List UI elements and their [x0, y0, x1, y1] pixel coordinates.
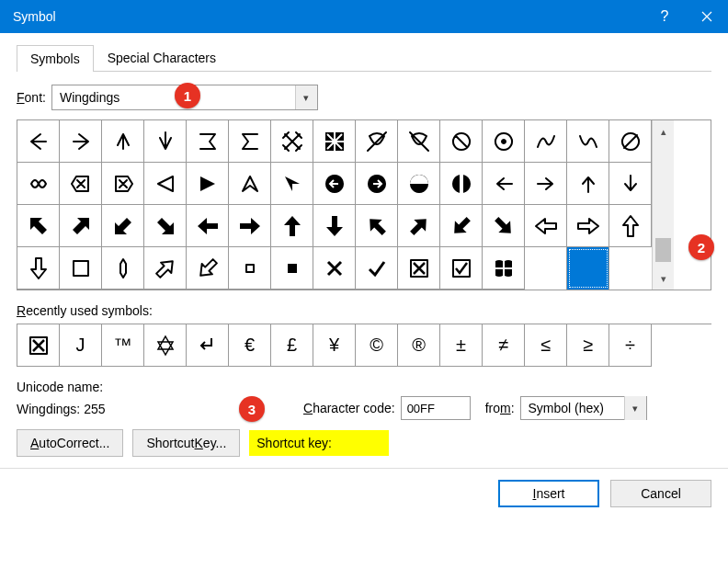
recent-label: Recently used symbols: [17, 303, 711, 318]
window-title: Symbol [13, 9, 643, 24]
charcode-input[interactable] [401, 396, 471, 420]
symbol-cell-squiggle-2[interactable] [567, 120, 609, 163]
recent-symbol-7[interactable]: ¥ [313, 324, 356, 367]
symbol-cell-star-box[interactable] [313, 120, 356, 163]
symbol-cell-reply-arrow[interactable] [17, 120, 60, 163]
recent-symbol-13[interactable]: ≥ [567, 324, 609, 367]
symbol-cell-filled-square[interactable] [271, 247, 313, 290]
scroll-track[interactable] [653, 142, 674, 267]
symbol-cell-outline-up[interactable] [609, 205, 652, 247]
symbol-cell-circle-dot[interactable] [483, 120, 525, 163]
scroll-thumb[interactable] [655, 238, 671, 262]
symbol-cell-x-mark[interactable] [313, 247, 356, 290]
insert-button[interactable]: Insert [498, 480, 599, 507]
symbol-cell-circle-slash[interactable] [609, 120, 652, 163]
symbol-cell-bold-nw[interactable] [356, 205, 398, 247]
symbol-cell-pointer-se[interactable] [271, 163, 313, 205]
autocorrect-button[interactable]: AutoCorrect... [17, 429, 123, 457]
from-value: Symbol (hex) [521, 401, 624, 415]
dialog-footer: Insert Cancel [0, 468, 728, 518]
recent-symbol-3[interactable] [144, 324, 187, 367]
symbol-cell-infinity-loop[interactable] [17, 163, 60, 205]
symbol-cell-pointer-e[interactable] [187, 163, 229, 205]
symbol-cell-bold-se[interactable] [483, 205, 525, 247]
scroll-down-button[interactable]: ▾ [653, 267, 674, 290]
symbol-cell-loop-slash-2[interactable] [398, 120, 440, 163]
close-button[interactable] [686, 0, 728, 33]
symbol-cell-up-forward[interactable] [144, 120, 187, 163]
shortcut-key-button[interactable]: Shortcut Key... [132, 429, 240, 457]
symbol-cell-outline-down[interactable] [17, 247, 60, 290]
symbol-cell-circle-cross[interactable] [440, 120, 483, 163]
scroll-up-button[interactable]: ▴ [653, 120, 674, 142]
symbol-cell-up-reply[interactable] [102, 120, 144, 163]
symbol-cell-flag-left[interactable] [187, 120, 229, 163]
recent-symbol-6[interactable]: £ [271, 324, 313, 367]
symbol-cell-box-check[interactable] [440, 247, 483, 290]
from-select[interactable]: Symbol (hex) ▾ [520, 396, 647, 420]
symbol-cell-empty [609, 247, 652, 290]
symbol-cell-hex-x-right[interactable] [102, 163, 144, 205]
symbol-cell-circle-right[interactable] [356, 163, 398, 205]
symbol-cell-flag-right[interactable] [229, 120, 271, 163]
symbol-cell-arrow-se[interactable] [144, 205, 187, 247]
symbol-cell-pointer-w[interactable] [144, 163, 187, 205]
recent-symbol-4[interactable] [187, 324, 229, 367]
symbol-cell-small-square[interactable] [229, 247, 271, 290]
font-label: Font: [17, 90, 46, 105]
recent-symbol-2[interactable]: ™ [102, 324, 144, 367]
recent-symbol-11[interactable]: ≠ [483, 324, 525, 367]
symbol-cell-arrow-sw[interactable] [102, 205, 144, 247]
symbol-cell-circle-left[interactable] [313, 163, 356, 205]
cancel-button[interactable]: Cancel [610, 480, 711, 507]
symbol-cell-pointer-ne[interactable] [229, 163, 271, 205]
symbol-cell-bold-sw[interactable] [440, 205, 483, 247]
symbol-cell-windows-logo[interactable] [483, 247, 525, 290]
shortcut-key-display: Shortcut key: [249, 430, 389, 456]
title-bar: Symbol ? [0, 0, 728, 33]
symbol-cell-outline-right[interactable] [567, 205, 609, 247]
symbol-cell-arrow-right[interactable] [525, 163, 567, 205]
symbol-cell-cross-x[interactable] [271, 120, 313, 163]
symbol-cell-empty [567, 247, 609, 290]
grid-scrollbar[interactable]: ▴ ▾ [652, 120, 674, 290]
symbol-cell-arrow-nw[interactable] [17, 205, 60, 247]
recent-symbol-5[interactable]: € [229, 324, 271, 367]
chevron-down-icon: ▾ [295, 85, 317, 109]
symbol-cell-squiggle-1[interactable] [525, 120, 567, 163]
tab-symbols[interactable]: Symbols [17, 45, 94, 72]
recent-symbol-10[interactable]: ± [440, 324, 483, 367]
charcode-label: Character code: [303, 401, 395, 415]
tab-strip: Symbols Special Characters [17, 44, 711, 72]
symbol-cell-outline-left[interactable] [525, 205, 567, 247]
symbol-cell-bold-left[interactable] [187, 205, 229, 247]
symbol-cell-circle-top[interactable] [398, 163, 440, 205]
symbol-cell-bold-up[interactable] [271, 205, 313, 247]
symbol-cell-arrow-down[interactable] [609, 163, 652, 205]
help-button[interactable]: ? [643, 0, 686, 33]
symbol-cell-bold-right[interactable] [229, 205, 271, 247]
symbol-cell-box-open[interactable] [60, 247, 102, 290]
symbol-cell-loop-slash[interactable] [356, 120, 398, 163]
recent-symbol-8[interactable]: © [356, 324, 398, 367]
symbol-cell-diag-open-1[interactable] [144, 247, 187, 290]
recent-symbol-1[interactable]: J [60, 324, 102, 367]
symbol-cell-hex-x-left[interactable] [60, 163, 102, 205]
symbol-cell-forward-arrow[interactable] [60, 120, 102, 163]
recent-symbol-14[interactable]: ÷ [609, 324, 652, 367]
symbol-cell-circle-split[interactable] [440, 163, 483, 205]
symbol-cell-arrow-up[interactable] [567, 163, 609, 205]
symbol-cell-box-x[interactable] [398, 247, 440, 290]
recent-symbol-9[interactable]: ® [398, 324, 440, 367]
symbol-cell-bold-down[interactable] [313, 205, 356, 247]
symbol-cell-arrow-left[interactable] [483, 163, 525, 205]
recent-symbol-12[interactable]: ≤ [525, 324, 567, 367]
symbol-cell-updown-outline[interactable] [102, 247, 144, 290]
unicode-name-label: Unicode name: [17, 380, 292, 394]
tab-special-characters[interactable]: Special Characters [94, 44, 230, 71]
symbol-cell-diag-open-2[interactable] [187, 247, 229, 290]
symbol-cell-bold-ne[interactable] [398, 205, 440, 247]
symbol-cell-check[interactable] [356, 247, 398, 290]
symbol-cell-arrow-ne[interactable] [60, 205, 102, 247]
recent-symbol-0[interactable] [17, 324, 60, 367]
